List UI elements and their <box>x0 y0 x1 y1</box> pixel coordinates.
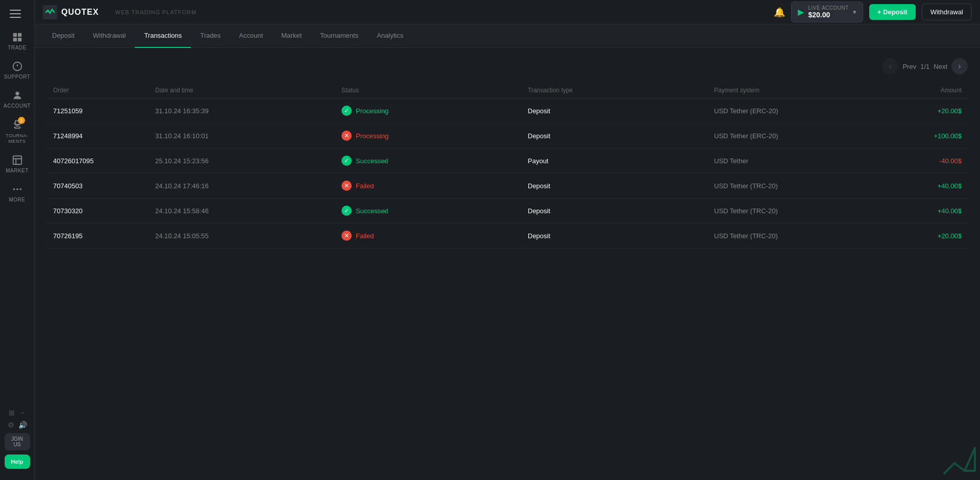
logo-icon <box>43 5 57 19</box>
sidebar-item-account[interactable]: ACCOUNT <box>0 85 34 114</box>
table-row: 71251059 31.10.24 16:35:39 ✓ Processing … <box>47 98 968 123</box>
payment-system: USD Tether (TRC-20) <box>714 182 900 190</box>
live-account-label: LIVE ACCOUNT <box>808 5 848 11</box>
col-header-datetime: Date and time <box>155 87 341 94</box>
tab-transactions[interactable]: Transactions <box>135 24 191 48</box>
sidebar-item-tournaments[interactable]: 3 TOURNA-MENTS <box>0 114 34 149</box>
order-number: 70730320 <box>53 207 155 215</box>
logo: QUOTEX <box>43 5 99 19</box>
tab-withdrawal[interactable]: Withdrawal <box>84 24 135 48</box>
datetime: 24.10.24 17:46:16 <box>155 182 341 190</box>
next-label: Next <box>934 63 947 70</box>
col-header-payment: Payment system <box>714 87 900 94</box>
menu-toggle[interactable] <box>10 6 25 21</box>
tab-deposit[interactable]: Deposit <box>43 24 84 48</box>
status-cell: ✕ Processing <box>341 131 528 141</box>
datetime: 24.10.24 15:05:55 <box>155 232 341 240</box>
deposit-button[interactable]: + Deposit <box>869 4 916 20</box>
sidebar-label-account: ACCOUNT <box>4 103 31 109</box>
transactions-table: Order Date and time Status Transaction t… <box>47 83 968 248</box>
status-text: Successed <box>356 157 388 165</box>
help-button[interactable]: Help <box>5 454 30 469</box>
svg-point-7 <box>13 188 15 190</box>
order-number: 40726017095 <box>53 157 155 165</box>
tab-market[interactable]: Market <box>272 24 311 48</box>
table-row: 71248994 31.10.24 16:10:01 ✕ Processing … <box>47 123 968 148</box>
transaction-type: Deposit <box>528 107 714 115</box>
pagination: ‹ Prev 1/1 Next › <box>47 58 968 74</box>
sidebar-label-trade: TRADE <box>8 45 26 50</box>
transaction-type: Deposit <box>528 232 714 240</box>
arrow-icon[interactable]: → <box>19 409 26 417</box>
col-header-order: Order <box>53 87 155 94</box>
tournament-badge: 3 <box>18 117 25 124</box>
status-cell: ✓ Processing <box>341 106 528 116</box>
live-account-amount: $20.00 <box>808 11 848 19</box>
datetime: 31.10.24 16:10:01 <box>155 132 341 140</box>
transaction-type: Payout <box>528 157 714 165</box>
order-number: 71251059 <box>53 107 155 115</box>
table-row: 70740503 24.10.24 17:46:16 ✕ Failed Depo… <box>47 173 968 198</box>
amount: -40.00$ <box>900 157 962 165</box>
sidebar-label-market: MARKET <box>6 168 29 173</box>
status-icon-green: ✓ <box>341 156 352 166</box>
status-cell: ✓ Successed <box>341 206 528 216</box>
order-number: 70726195 <box>53 232 155 240</box>
settings-icon[interactable]: ⚙ <box>8 421 14 429</box>
svg-rect-3 <box>17 38 21 41</box>
amount: +100.00$ <box>900 132 962 140</box>
svg-rect-2 <box>13 38 16 41</box>
status-icon-red: ✕ <box>341 181 352 191</box>
volume-icon[interactable]: 🔊 <box>18 421 27 429</box>
payment-system: USD Tether (ERC-20) <box>714 107 900 115</box>
withdrawal-button[interactable]: Withdrawal <box>922 4 972 20</box>
datetime: 24.10.24 15:58:46 <box>155 207 341 215</box>
sidebar-label-support: SUPPORT <box>4 74 31 80</box>
order-number: 71248994 <box>53 132 155 140</box>
svg-rect-0 <box>13 33 16 37</box>
tab-trades[interactable]: Trades <box>191 24 230 48</box>
sidebar-item-trade[interactable]: TRADE <box>0 27 34 56</box>
datetime: 31.10.24 16:35:39 <box>155 107 341 115</box>
sidebar-item-market[interactable]: MARKET <box>0 149 34 179</box>
sidebar: TRADE SUPPORT ACCOUNT 3 TOURNA-MENTS <box>0 0 35 480</box>
topbar-right: 🔔 ▶ LIVE ACCOUNT $20.00 ▾ + Deposit With… <box>774 2 972 22</box>
status-cell: ✕ Failed <box>341 181 528 191</box>
sidebar-item-support[interactable]: SUPPORT <box>0 56 34 85</box>
amount: +40.00$ <box>900 207 962 215</box>
next-button[interactable]: › <box>951 58 968 74</box>
transaction-type: Deposit <box>528 207 714 215</box>
status-text: Processing <box>356 107 388 115</box>
status-text: Successed <box>356 207 388 215</box>
table-row: 70726195 24.10.24 15:05:55 ✕ Failed Depo… <box>47 223 968 248</box>
col-header-status: Status <box>341 87 528 94</box>
svg-rect-6 <box>13 156 21 164</box>
tab-analytics[interactable]: Analytics <box>368 24 412 48</box>
topbar: QUOTEX WEB TRADING PLATFORM 🔔 ▶ LIVE ACC… <box>35 0 980 24</box>
payment-system: USD Tether (ERC-20) <box>714 132 900 140</box>
layout-icon[interactable]: ⊞ <box>9 409 15 417</box>
table-row: 70730320 24.10.24 15:58:46 ✓ Successed D… <box>47 198 968 223</box>
platform-label: WEB TRADING PLATFORM <box>115 9 197 15</box>
prev-label: Prev <box>902 63 916 70</box>
status-text: Failed <box>356 232 374 240</box>
order-number: 70740503 <box>53 182 155 190</box>
col-header-type: Transaction type <box>528 87 714 94</box>
prev-button[interactable]: ‹ <box>882 58 898 74</box>
transaction-type: Deposit <box>528 132 714 140</box>
live-arrow-icon: ▶ <box>798 7 804 17</box>
tab-account[interactable]: Account <box>230 24 272 48</box>
svg-rect-1 <box>17 33 21 37</box>
table-row: 40726017095 25.10.24 15:23:56 ✓ Successe… <box>47 148 968 173</box>
amount: +20.00$ <box>900 107 962 115</box>
sidebar-item-more[interactable]: MORE <box>0 179 34 208</box>
join-us-button[interactable]: JOIN US <box>5 433 30 450</box>
table-header: Order Date and time Status Transaction t… <box>47 83 968 98</box>
sidebar-label-more: MORE <box>9 197 26 203</box>
nav-tabs: Deposit Withdrawal Transactions Trades A… <box>35 24 980 48</box>
status-icon-green: ✓ <box>341 106 352 116</box>
tab-tournaments[interactable]: Tournaments <box>311 24 368 48</box>
live-account-button[interactable]: ▶ LIVE ACCOUNT $20.00 ▾ <box>791 2 863 22</box>
datetime: 25.10.24 15:23:56 <box>155 157 341 165</box>
notification-icon[interactable]: 🔔 <box>774 7 785 18</box>
